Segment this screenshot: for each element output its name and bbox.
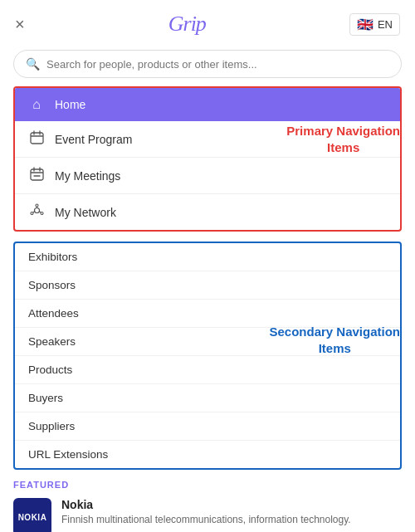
primary-nav-annotation: Primary Navigation Items [286, 123, 400, 155]
flag-icon: 🇬🇧 [357, 17, 374, 32]
secondary-nav-item-buyers[interactable]: Buyers [15, 383, 400, 412]
featured-company-logo: NOKIA [13, 498, 51, 532]
header: × Grip 🇬🇧 EN [0, 0, 415, 45]
search-input[interactable] [46, 58, 389, 71]
featured-card[interactable]: NOKIA Nokia Finnish multinational teleco… [13, 498, 402, 532]
secondary-nav-item-products[interactable]: Products [15, 355, 400, 383]
nav-item-home-label: Home [55, 98, 85, 111]
calendar-icon [28, 130, 45, 148]
svg-point-9 [34, 208, 39, 213]
meetings-icon [28, 167, 45, 184]
secondary-nav-item-exhibitors[interactable]: Exhibitors [15, 243, 400, 271]
nav-item-my-meetings-label: My Meetings [55, 169, 120, 183]
svg-line-14 [39, 212, 41, 212]
secondary-nav-item-sponsors[interactable]: Sponsors [15, 271, 400, 299]
secondary-nav-item-suppliers[interactable]: Suppliers [15, 412, 400, 440]
lang-code: EN [378, 18, 393, 31]
nav-item-my-network-label: My Network [55, 206, 116, 219]
app-logo: Grip [168, 12, 206, 37]
nav-item-home[interactable]: ⌂ Home [15, 88, 400, 121]
svg-rect-0 [31, 133, 43, 144]
secondary-nav-annotation: Secondary Navigation Items [269, 324, 400, 356]
nav-item-my-network[interactable]: My Network [15, 193, 400, 230]
secondary-nav-item-attendees[interactable]: Attendees [15, 299, 400, 327]
featured-company-name: Nokia [61, 498, 351, 511]
svg-point-10 [36, 204, 38, 207]
svg-line-15 [32, 212, 34, 212]
svg-point-11 [41, 212, 43, 215]
svg-point-12 [31, 212, 33, 215]
secondary-nav-item-url-extensions[interactable]: URL Extensions [15, 440, 400, 468]
nav-item-event-program-label: Event Program [55, 133, 132, 146]
featured-section: FEATURED NOKIA Nokia Finnish multination… [13, 480, 402, 532]
featured-company-desc: Finnish multinational telecommunications… [61, 513, 351, 527]
language-selector[interactable]: 🇬🇧 EN [349, 13, 400, 36]
featured-title: FEATURED [13, 480, 402, 490]
close-button[interactable]: × [15, 16, 25, 32]
network-icon [28, 203, 45, 221]
search-bar[interactable]: 🔍 [13, 50, 402, 78]
featured-company-info: Nokia Finnish multinational telecommunic… [61, 498, 351, 527]
nav-item-my-meetings[interactable]: My Meetings [15, 157, 400, 193]
search-icon: 🔍 [26, 57, 40, 71]
home-icon: ⌂ [28, 97, 45, 112]
primary-nav-section: ⌂ Home Event Program My Meetings [13, 86, 402, 232]
svg-rect-4 [31, 169, 43, 180]
